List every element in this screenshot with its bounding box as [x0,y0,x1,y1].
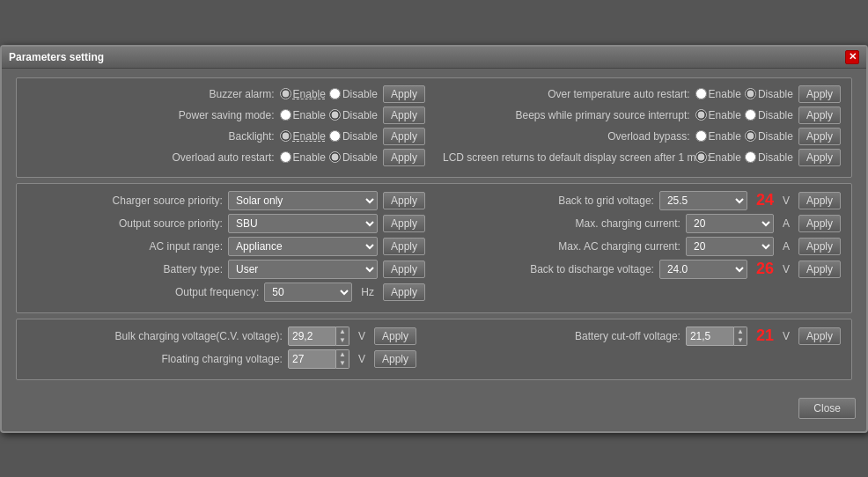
disable-radio-backlight[interactable] [329,130,341,142]
enable-label-power_saving[interactable]: Enable [280,109,326,121]
spin-wrap-floating_charging: ▲▼ [288,349,349,369]
dd-row-right-back_to_discharge: Back to discharge voltage:22.023.024.025… [434,260,841,279]
dd-select-charger_source[interactable]: Solar onlySolar firstUtility first [228,191,378,210]
spin-row-0: Bulk charging voltage(C.V. voltage):▲▼VA… [27,327,841,346]
disable-label-backlight[interactable]: Disable [329,130,378,143]
apply-button-max_ac_charging[interactable]: Apply [798,238,841,255]
dd-select-back_to_grid[interactable]: 24.025.526.027.0 [659,191,747,210]
content-area: Buzzer alarm:EnableDisableApplyOver temp… [2,69,866,394]
disable-radio-overload_auto[interactable] [329,151,341,163]
dd-row-left-charger_source: Charger source priority:Solar onlySolar … [27,191,434,210]
apply-button-bulk_charging[interactable]: Apply [374,327,416,345]
disable-label-power_saving[interactable]: Disable [329,109,378,121]
dd-select-output_freq[interactable]: 5060 [264,283,352,302]
apply-button-ac_input[interactable]: Apply [383,238,425,255]
radio-group-buzzer_alarm: EnableDisable [280,88,378,100]
dd-row-left-output_freq: Output frequency:5060HzApply [27,283,434,302]
apply-button-power_saving[interactable]: Apply [383,106,425,124]
spin-wrap-battery_cutoff: ▲▼ [686,327,747,346]
apply-button-overload_bypass[interactable]: Apply [798,128,841,145]
enable-radio-backlight[interactable] [280,130,291,142]
enable-label-overload_auto[interactable]: Enable [280,151,326,164]
spin-up-battery_cutoff[interactable]: ▲ [734,327,747,336]
bottom-bar: Close [2,394,866,431]
apply-button-beeps_primary[interactable]: Apply [798,106,841,124]
disable-radio-power_saving[interactable] [329,109,341,121]
disable-label-over_temp[interactable]: Disable [745,88,793,100]
apply-button-max_charging[interactable]: Apply [798,215,841,232]
enable-label-over_temp[interactable]: Enable [695,88,741,100]
enable-label-overload_bypass[interactable]: Enable [695,130,741,143]
dd-select-back_to_discharge[interactable]: 22.023.024.025.0 [659,260,747,279]
apply-button-back_to_grid[interactable]: Apply [798,192,841,209]
dd-select-output_source[interactable]: SBUSolar firstUtility first [228,214,378,233]
radio-group-over_temp: EnableDisable [695,88,793,100]
dd-select-max_ac_charging[interactable]: 10203040 [686,237,774,256]
dd-select-ac_input[interactable]: ApplianceUPS [228,237,378,256]
enable-label-beeps_primary[interactable]: Enable [695,109,741,121]
disable-text-over_temp: Disable [758,88,793,100]
apply-button-lcd_default[interactable]: Apply [798,149,841,166]
spin-down-floating_charging[interactable]: ▼ [336,359,349,368]
radio-group-beeps_primary: EnableDisable [695,109,793,121]
spin-row-left-bulk_charging: Bulk charging voltage(C.V. voltage):▲▼VA… [27,327,434,346]
disable-label-overload_bypass[interactable]: Disable [745,130,793,143]
apply-button-backlight[interactable]: Apply [383,128,425,145]
spin-arrows-battery_cutoff: ▲▼ [734,327,747,346]
apply-button-output_source[interactable]: Apply [383,215,425,232]
disable-text-backlight: Disable [342,130,378,143]
apply-button-buzzer_alarm[interactable]: Apply [383,85,425,103]
spin-arrows-floating_charging: ▲▼ [336,349,349,369]
disable-radio-lcd_default[interactable] [745,151,756,163]
close-button[interactable]: Close [798,398,856,419]
apply-button-battery_type[interactable]: Apply [383,261,425,278]
titlebar: Parameters setting ✕ [2,47,866,69]
spin-down-battery_cutoff[interactable]: ▼ [734,336,747,345]
enable-radio-buzzer_alarm[interactable] [280,88,291,99]
disable-radio-over_temp[interactable] [745,88,756,99]
enable-radio-lcd_default[interactable] [695,151,707,163]
apply-button-output_freq[interactable]: Apply [383,283,425,301]
enable-radio-overload_auto[interactable] [280,151,291,163]
radio-group-overload_auto: EnableDisable [280,151,378,164]
disable-text-overload_bypass: Disable [758,130,793,143]
disable-text-beeps_primary: Disable [758,109,793,121]
disable-radio-buzzer_alarm[interactable] [329,88,341,99]
disable-radio-overload_bypass[interactable] [745,130,756,142]
spin-overlay-battery_cutoff: 21 [756,327,774,345]
dd-label-output_freq: Output frequency: [118,286,259,298]
apply-button-charger_source[interactable]: Apply [383,192,425,209]
enable-radio-overload_bypass[interactable] [695,130,707,142]
enable-label-lcd_default[interactable]: Enable [695,151,741,164]
dd-select-battery_type[interactable]: UserAGMFloodedLi [228,260,378,279]
spin-input-bulk_charging[interactable] [288,327,336,346]
enable-radio-power_saving[interactable] [280,109,291,121]
window-close-button[interactable]: ✕ [845,50,859,64]
overlay-back_to_discharge: 26 [756,260,774,278]
disable-label-lcd_default[interactable]: Disable [745,151,793,164]
disable-label-overload_auto[interactable]: Disable [329,151,378,164]
spin-up-bulk_charging[interactable]: ▲ [336,327,349,336]
spin-up-floating_charging[interactable]: ▲ [336,350,349,359]
dd-select-max_charging[interactable]: 10203040 [686,214,774,233]
enable-radio-beeps_primary[interactable] [695,109,707,121]
apply-button-battery_cutoff[interactable]: Apply [798,327,841,345]
disable-label-buzzer_alarm[interactable]: Disable [329,88,378,100]
spin-unit-floating_charging: V [358,353,365,365]
enable-radio-over_temp[interactable] [695,88,707,99]
spin-input-battery_cutoff[interactable] [686,327,734,346]
disable-radio-beeps_primary[interactable] [745,109,756,121]
apply-button-over_temp[interactable]: Apply [798,85,841,103]
disable-label-beeps_primary[interactable]: Disable [745,109,793,121]
apply-button-overload_auto[interactable]: Apply [383,149,425,166]
apply-button-floating_charging[interactable]: Apply [374,350,416,368]
spin-unit-bulk_charging: V [358,330,365,342]
enable-label-backlight[interactable]: Enable [280,130,326,143]
radio-row-right-beeps_primary: Beeps while primary source interrupt:Ena… [434,106,841,124]
radio-label-beeps_primary: Beeps while primary source interrupt: [479,109,690,121]
spin-down-bulk_charging[interactable]: ▼ [336,336,349,345]
apply-button-back_to_discharge[interactable]: Apply [798,261,841,278]
spin-input-floating_charging[interactable] [288,349,336,369]
radio-group-backlight: EnableDisable [280,130,378,143]
enable-label-buzzer_alarm[interactable]: Enable [280,88,326,100]
